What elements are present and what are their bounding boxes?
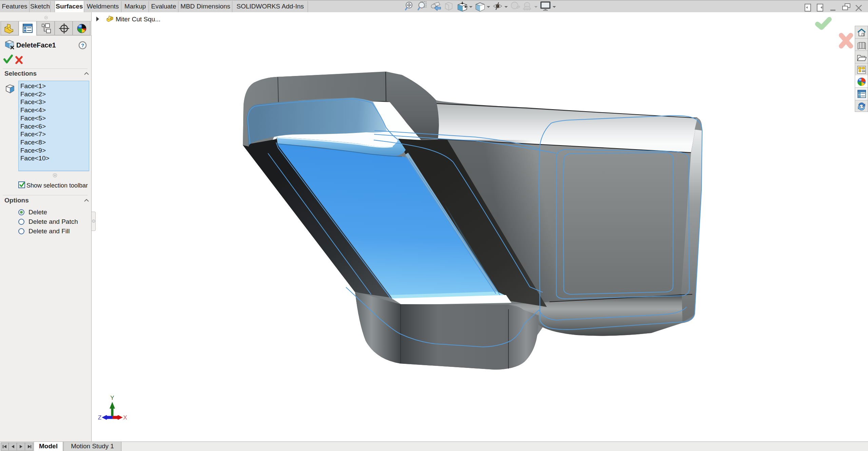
svg-text:?: ? [81, 42, 84, 48]
svg-text:Y: Y [110, 395, 114, 401]
svg-text:Z: Z [98, 414, 101, 421]
svg-text:X: X [123, 414, 127, 421]
